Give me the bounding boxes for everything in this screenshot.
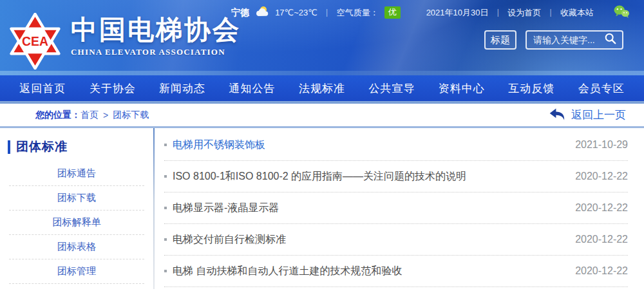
sidebar-menu: 团标通告 团标下载 团标解释单 团标表格 团标管理 xyxy=(0,162,153,284)
topbar-separator: ｜ xyxy=(547,7,554,18)
nav-item-news[interactable]: 新闻动态 xyxy=(159,81,205,96)
sidebar-item-label[interactable]: 团标下载 xyxy=(57,192,96,204)
nav-item-home[interactable]: 返回首页 xyxy=(19,81,66,96)
magnifier-icon xyxy=(604,32,617,48)
article-link[interactable]: 电梯显示器-液晶显示器 xyxy=(173,202,279,215)
list-item: ISO 8100-1和ISO 8100-2 的应用指南——关注问题的技术的说明 … xyxy=(164,161,628,192)
brand-block: 中国电梯协会 CHINA ELEVATOR ASSOCIATION xyxy=(71,15,241,57)
sidebar-item-interpretation[interactable]: 团标解释单 xyxy=(9,211,144,235)
back-arrow-icon xyxy=(549,108,565,123)
breadcrumb-separator: > xyxy=(103,110,108,120)
search-bar: 标题 xyxy=(484,30,623,50)
nav-item-publicity[interactable]: 公共宣导 xyxy=(368,81,415,96)
breadcrumb-home-link[interactable]: 首页 xyxy=(80,109,99,121)
article-link[interactable]: 电梯交付前自行检测标准 xyxy=(173,233,286,247)
sidebar-title-text: 团体标准 xyxy=(16,138,68,155)
breadcrumb-label: 您的位置： xyxy=(35,109,80,121)
sidebar: 团体标准 团标通告 团标下载 团标解释单 团标表格 团标管理 xyxy=(0,128,153,289)
topbar: 宁德 17℃~23℃ ｜ 空气质量： 优 2021年10月30日 ｜ 设为首页 … xyxy=(231,5,630,21)
weather-icon xyxy=(255,5,269,20)
breadcrumb-current: 团标下载 xyxy=(113,109,149,121)
air-quality-badge: 优 xyxy=(384,6,401,19)
main-nav: 返回首页 关于协会 新闻动态 通知公告 法规标准 公共宣导 资料中心 互动反馈 … xyxy=(0,75,644,101)
bullet-icon xyxy=(164,207,167,209)
search-button[interactable] xyxy=(603,32,618,48)
article-date: 2020-12-22 xyxy=(562,234,628,245)
sidebar-item-forms[interactable]: 团标表格 xyxy=(9,235,144,259)
title-bar-icon xyxy=(8,140,10,154)
sidebar-item-label[interactable]: 团标管理 xyxy=(57,265,96,277)
article-date: 2021-10-29 xyxy=(562,139,628,151)
nav-item-notices[interactable]: 通知公告 xyxy=(229,81,276,96)
article-link[interactable]: 电梯用不锈钢装饰板 xyxy=(173,138,265,152)
topbar-temperature: 17℃~23℃ xyxy=(275,8,317,17)
sidebar-item-label[interactable]: 团标通告 xyxy=(57,167,96,180)
list-item: 电梯用不锈钢装饰板 2021-10-29 xyxy=(164,129,628,161)
bullet-icon xyxy=(164,238,167,241)
site-subtitle: CHINA ELEVATOR ASSOCIATION xyxy=(71,47,241,57)
nav-item-feedback[interactable]: 互动反馈 xyxy=(508,81,554,96)
bullet-icon xyxy=(164,175,167,178)
content-area: 团体标准 团标通告 团标下载 团标解释单 团标表格 团标管理 电梯用不锈钢装饰板… xyxy=(0,128,644,289)
sidebar-item-label[interactable]: 团标解释单 xyxy=(53,216,101,229)
sidebar-item-label[interactable]: 团标表格 xyxy=(57,241,96,253)
cea-logo[interactable]: CEA xyxy=(6,13,64,70)
bullet-icon xyxy=(164,270,167,272)
nav-item-about[interactable]: 关于协会 xyxy=(90,81,136,96)
sidebar-item-download[interactable]: 团标下载 xyxy=(9,186,144,211)
logo-text: CEA xyxy=(22,34,48,48)
wechat-icon[interactable] xyxy=(613,5,630,21)
nav-item-resources[interactable]: 资料中心 xyxy=(439,81,485,96)
article-link[interactable]: ISO 8100-1和ISO 8100-2 的应用指南——关注问题的技术的说明 xyxy=(173,170,466,183)
list-item: 电梯交付前自行检测标准 2020-12-22 xyxy=(164,224,628,256)
breadcrumb: 您的位置： 首页 > 团标下载 返回上一页 xyxy=(0,104,644,128)
list-item: 电梯显示器-液晶显示器 2020-12-22 xyxy=(164,192,628,224)
set-home-link[interactable]: 设为首页 xyxy=(507,7,541,19)
site-title: 中国电梯协会 xyxy=(71,15,241,44)
back-button[interactable]: 返回上一页 xyxy=(549,108,626,123)
nav-item-members[interactable]: 会员专区 xyxy=(578,81,625,96)
article-date: 2020-12-22 xyxy=(562,171,628,182)
sidebar-item-notice[interactable]: 团标通告 xyxy=(9,162,144,186)
article-link[interactable]: 电梯 自动扶梯和自动人行道土建的技术规范和验收 xyxy=(173,265,402,278)
bullet-icon xyxy=(164,144,167,146)
add-favorite-link[interactable]: 收藏本站 xyxy=(560,7,594,19)
air-quality-label: 空气质量： xyxy=(337,7,379,19)
search-box xyxy=(526,30,623,50)
search-input[interactable] xyxy=(533,35,603,45)
search-category-button[interactable]: 标题 xyxy=(484,30,516,50)
nav-item-regulations[interactable]: 法规标准 xyxy=(299,81,345,96)
sidebar-title: 团体标准 xyxy=(8,138,153,155)
list-item: 电梯 自动扶梯和自动人行道土建的技术规范和验收 2020-12-22 xyxy=(164,256,628,287)
article-date: 2020-12-22 xyxy=(562,202,628,214)
topbar-separator: ｜ xyxy=(323,7,331,18)
article-date: 2020-12-22 xyxy=(562,265,628,277)
sidebar-item-management[interactable]: 团标管理 xyxy=(9,259,144,284)
topbar-separator: ｜ xyxy=(494,7,502,18)
back-label: 返回上一页 xyxy=(571,108,626,122)
topbar-date: 2021年10月30日 xyxy=(426,7,489,19)
header-banner: 宁德 17℃~23℃ ｜ 空气质量： 优 2021年10月30日 ｜ 设为首页 … xyxy=(0,0,644,75)
article-list: 电梯用不锈钢装饰板 2021-10-29 ISO 8100-1和ISO 8100… xyxy=(155,128,644,289)
